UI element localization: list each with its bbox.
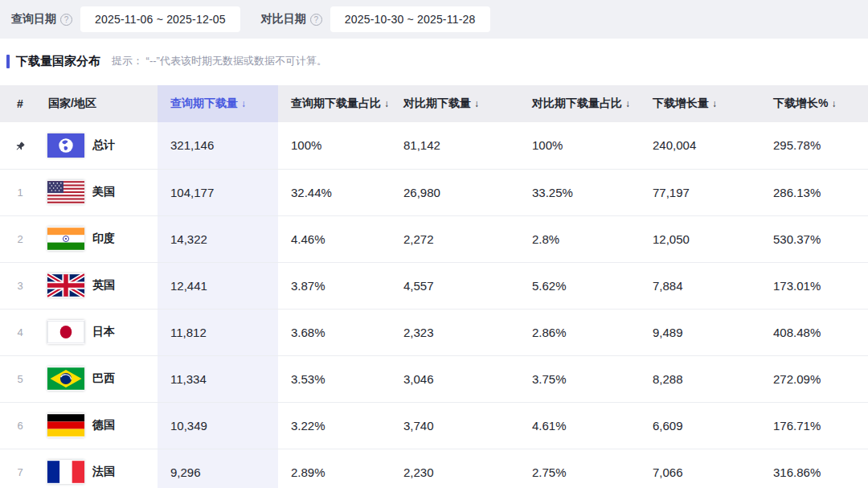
cell-rank: 7 — [0, 449, 40, 488]
cell-compare-share: 33.25% — [519, 169, 640, 215]
cell-compare-downloads: 81,142 — [391, 122, 519, 169]
cell-compare-downloads: 26,980 — [391, 169, 519, 215]
query-date-help-icon[interactable]: ? — [60, 14, 72, 26]
table-row: 6 德国 10,349 3.22% 3,740 4.61% 6,609 176.… — [0, 402, 868, 449]
cell-compare-downloads: 3,740 — [391, 402, 519, 449]
pin-icon — [14, 139, 26, 151]
column-header-growth[interactable]: 下载增长量↓ — [640, 85, 760, 122]
country-name: 法国 — [92, 465, 115, 479]
cell-query-downloads: 14,322 — [158, 215, 278, 262]
cell-query-share: 3.68% — [278, 309, 391, 355]
cell-compare-share: 100% — [519, 122, 640, 169]
flag-fr-icon — [47, 460, 84, 484]
cell-country: 巴西 — [40, 355, 158, 402]
country-distribution-table: #国家/地区查询期下载量↓查询期下载量占比↓对比期下载量↓对比期下载量占比↓下载… — [0, 85, 868, 488]
cell-compare-downloads: 2,323 — [391, 309, 519, 355]
cell-growth: 7,066 — [640, 449, 760, 488]
cell-query-downloads: 11,812 — [158, 309, 278, 355]
cell-country: 美国 — [40, 169, 158, 215]
cell-query-downloads: 321,146 — [158, 122, 278, 169]
cell-query-share: 3.53% — [278, 355, 391, 402]
compare-date-help-icon[interactable]: ? — [310, 14, 322, 26]
table-row: 5 巴西 11,334 3.53% 3,046 3.75% 8,288 272.… — [0, 355, 868, 402]
cell-growth: 12,050 — [640, 215, 760, 262]
table-header-row: #国家/地区查询期下载量↓查询期下载量占比↓对比期下载量↓对比期下载量占比↓下载… — [0, 85, 868, 122]
cell-rank: 5 — [0, 355, 40, 402]
flag-de-icon — [47, 413, 84, 437]
cell-query-downloads: 11,334 — [158, 355, 278, 402]
cell-rank: 6 — [0, 402, 40, 449]
table-row: 1 美国 104,177 32.44% 26,980 33.25% 77,197… — [0, 169, 868, 215]
cell-rank: 3 — [0, 262, 40, 309]
column-header-growth-pct[interactable]: 下载增长%↓ — [760, 85, 868, 122]
column-header-c-downloads[interactable]: 对比期下载量↓ — [391, 85, 519, 122]
country-name: 日本 — [92, 325, 115, 339]
cell-query-share: 4.46% — [278, 215, 391, 262]
table-row: 2 印度 14,322 4.46% 2,272 2.8% 12,050 530.… — [0, 215, 868, 262]
cell-rank: 4 — [0, 309, 40, 355]
cell-country: 印度 — [40, 215, 158, 262]
country-name: 英国 — [92, 278, 115, 293]
column-header-q-downloads[interactable]: 查询期下载量↓ — [158, 85, 278, 122]
cell-growth: 240,004 — [640, 122, 760, 169]
column-header-rank: # — [0, 85, 40, 122]
country-name: 总计 — [92, 138, 115, 153]
table-row: 7 法国 9,296 2.89% 2,230 2.75% 7,066 316.8… — [0, 449, 868, 488]
section-header: 下载量国家分布 提示： “--”代表该时期无数据或数据不可计算。 — [0, 52, 868, 70]
section-title: 下载量国家分布 — [16, 54, 100, 69]
flag-globe-icon — [47, 133, 84, 158]
sort-descending-icon: ↓ — [831, 98, 836, 109]
table-row: 3 英国 12,441 3.87% 4,557 5.62% 7,884 173.… — [0, 262, 868, 309]
country-name: 印度 — [92, 232, 115, 246]
cell-growth: 77,197 — [640, 169, 760, 215]
cell-country: 德国 — [40, 402, 158, 449]
cell-growth-pct: 408.48% — [760, 309, 868, 355]
cell-compare-downloads: 3,046 — [391, 355, 519, 402]
cell-query-share: 100% — [278, 122, 391, 169]
cell-growth: 9,489 — [640, 309, 760, 355]
cell-query-share: 3.22% — [278, 402, 391, 449]
cell-growth-pct: 316.86% — [760, 449, 868, 488]
compare-date-label-text: 对比日期 — [261, 12, 306, 27]
cell-country: 英国 — [40, 262, 158, 309]
table-row: 总计 321,146 100% 81,142 100% 240,004 295.… — [0, 122, 868, 169]
accent-bar — [6, 55, 10, 68]
compare-date-range-input[interactable]: 2025-10-30 ~ 2025-11-28 — [330, 6, 490, 32]
cell-growth-pct: 286.13% — [760, 169, 868, 215]
date-filter-bar: 查询日期 ? 2025-11-06 ~ 2025-12-05 对比日期 ? 20… — [0, 0, 868, 39]
cell-growth-pct: 272.09% — [760, 355, 868, 402]
cell-compare-share: 3.75% — [519, 355, 640, 402]
cell-query-downloads: 9,296 — [158, 449, 278, 488]
flag-in-icon — [47, 227, 84, 251]
cell-compare-downloads: 2,230 — [391, 449, 519, 488]
cell-growth-pct: 295.78% — [760, 122, 868, 169]
cell-query-share: 32.44% — [278, 169, 391, 215]
cell-query-downloads: 12,441 — [158, 262, 278, 309]
country-name: 美国 — [92, 185, 115, 199]
query-date-range-input[interactable]: 2025-11-06 ~ 2025-12-05 — [80, 6, 240, 32]
cell-rank: 1 — [0, 169, 40, 215]
column-header-c-share[interactable]: 对比期下载量占比↓ — [519, 85, 640, 122]
cell-growth: 6,609 — [640, 402, 760, 449]
cell-query-share: 2.89% — [278, 449, 391, 488]
cell-growth-pct: 176.71% — [760, 402, 868, 449]
table-row: 4 日本 11,812 3.68% 2,323 2.86% 9,489 408.… — [0, 309, 868, 355]
cell-compare-share: 2.75% — [519, 449, 640, 488]
column-header-country: 国家/地区 — [40, 85, 158, 122]
cell-compare-share: 4.61% — [519, 402, 640, 449]
flag-jp-icon — [47, 320, 84, 344]
sort-descending-icon: ↓ — [384, 98, 389, 109]
cell-rank — [0, 122, 40, 169]
flag-br-icon — [47, 367, 84, 391]
cell-country: 法国 — [40, 449, 158, 488]
query-date-label: 查询日期 ? — [11, 12, 72, 27]
sort-descending-icon: ↓ — [712, 98, 717, 109]
cell-compare-share: 2.86% — [519, 309, 640, 355]
sort-descending-icon: ↓ — [625, 98, 630, 109]
country-name: 德国 — [92, 418, 115, 433]
sort-descending-icon: ↓ — [241, 98, 246, 109]
column-header-q-share[interactable]: 查询期下载量占比↓ — [278, 85, 391, 122]
country-name: 巴西 — [92, 371, 115, 386]
query-date-label-text: 查询日期 — [11, 12, 56, 27]
cell-query-downloads: 104,177 — [158, 169, 278, 215]
